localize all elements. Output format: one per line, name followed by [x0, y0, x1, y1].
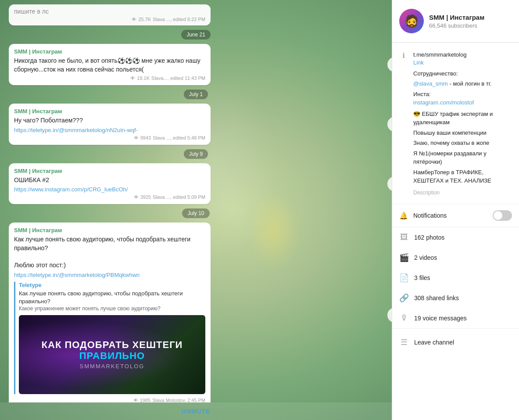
- bell-icon: 🔔: [399, 211, 408, 220]
- message-card-1: SMM | Инстаграм Никогда такого не было, …: [9, 44, 211, 85]
- desc-line-0: @slava_smm - мой логин в тг.: [413, 79, 512, 88]
- notifications-label: Notifications: [413, 212, 447, 219]
- leave-section: ☰ Leave channel: [392, 329, 519, 356]
- message-meta-1: 👁 18.1K Slava..., edited 11:43 PM: [14, 75, 205, 81]
- videos-label: 2 videos: [414, 254, 437, 261]
- message-text-3: ОШИБКА #2: [14, 176, 205, 185]
- eye-icon-4: 👁: [133, 398, 138, 402]
- cooperation-label: Сотрудничество:: [413, 69, 512, 78]
- forward-button-1[interactable]: ➤: [387, 57, 392, 72]
- media-row-files[interactable]: 📄 3 files: [392, 268, 519, 288]
- eye-icon-2: 👁: [134, 135, 139, 140]
- desc-line-6: НамберТопер в ТРАФИКЕ, ХЕШТЕГАХ и ТЕХ. А…: [413, 168, 512, 185]
- desc-line-4: Знаю, почему охваты в жопе: [413, 139, 512, 147]
- message-wrapper-2: SMM | Инстаграм Ну чаго? Поболтаем??? ht…: [9, 104, 383, 145]
- info-icon: ℹ: [399, 51, 408, 60]
- media-row-voice[interactable]: 🎙 19 voice messages: [392, 308, 519, 328]
- eye-icon: 👁: [132, 17, 136, 22]
- desc-line-3: Повышу ваши компетенции: [413, 129, 512, 137]
- description-label: Description: [413, 190, 512, 196]
- date-divider-july1: July 1: [9, 90, 383, 99]
- files-label: 3 files: [414, 274, 430, 281]
- info-panel: 🧔 SMM | Инстаграм 66,546 subscribers ℹ t…: [392, 0, 519, 420]
- channel-header: 🧔 SMM | Инстаграм 66,546 subscribers: [392, 0, 519, 43]
- media-row-videos[interactable]: 🎬 2 videos: [392, 248, 519, 268]
- eye-icon-1: 👁: [130, 75, 135, 81]
- link-label[interactable]: Link: [413, 59, 512, 66]
- message-wrapper-4: SMM | Инстаграм Как лучше понять свою ау…: [9, 223, 383, 402]
- chat-messages[interactable]: пишите в лс 👁 25.7K Slava ..., edited 6:…: [0, 0, 392, 402]
- files-icon: 📄: [399, 273, 409, 283]
- photos-label: 162 photos: [414, 234, 444, 241]
- date-divider-july9: July 9: [9, 149, 383, 159]
- message-sender-2: SMM | Инстаграм: [14, 108, 205, 115]
- message-card-2: SMM | Инстаграм Ну чаго? Поболтаем??? ht…: [9, 104, 211, 145]
- chat-panel: пишите в лс 👁 25.7K Slava ..., edited 6:…: [0, 0, 392, 420]
- quote-title-4: Как лучше понять свою аудиторию, чтобы п…: [19, 290, 205, 305]
- videos-icon: 🎬: [399, 253, 409, 262]
- info-section-link: ℹ t.me/smmmarketolog Link Сотрудничество…: [392, 43, 519, 204]
- eye-icon-3: 👁: [134, 194, 139, 200]
- date-badge-july9: July 9: [184, 149, 208, 159]
- notifications-toggle[interactable]: [493, 210, 512, 221]
- date-badge-july10: July 10: [182, 208, 209, 218]
- preview-image-4: КАК ПОДОБРАТЬ ХЕШТЕГИ ПРАВИЛЬНО SMMMARKE…: [19, 315, 205, 394]
- forward-button-3[interactable]: ➤: [387, 176, 392, 191]
- voice-label: 19 voice messages: [414, 315, 467, 322]
- message-sender-4: SMM | Инстаграм: [14, 227, 205, 233]
- info-row-link: ℹ t.me/smmmarketolog Link Сотрудничество…: [399, 48, 512, 198]
- notifications-row: 🔔 Notifications: [392, 204, 519, 227]
- preview-text-main: КАК ПОДОБРАТЬ ХЕШТЕГИ ПРАВИЛЬНО: [42, 340, 183, 361]
- chat-bottom: UNMUTE: [0, 402, 392, 420]
- date-divider-june21: June 21: [9, 30, 383, 39]
- top-message-text: пишите в лс: [14, 8, 205, 15]
- message-sender-1: SMM | Инстаграм: [14, 48, 205, 55]
- notif-left: 🔔 Notifications: [399, 211, 447, 220]
- message-text-2: Ну чаго? Поболтаем???: [14, 116, 205, 125]
- leave-icon: ☰: [399, 337, 409, 347]
- media-row-photos[interactable]: 🖼 162 photos: [392, 227, 519, 248]
- message-wrapper-1: SMM | Инстаграм Никогда такого не было, …: [9, 44, 383, 85]
- message-link-4[interactable]: https://teletype.in/@smmmarketolog/PBMqk…: [14, 272, 205, 278]
- date-badge-june21: June 21: [181, 30, 211, 39]
- preview-brand: SMMMARKETOLOG: [80, 363, 145, 370]
- message-card-4: SMM | Инстаграм Как лучше понять свою ау…: [9, 223, 211, 402]
- voice-icon: 🎙: [399, 313, 409, 323]
- media-section: 🖼 162 photos 🎬 2 videos 📄 3 files 🔗 308 …: [392, 227, 519, 329]
- link-url: t.me/smmmarketolog: [413, 50, 512, 59]
- message-link-2[interactable]: https://teletype.in/@smmmarketolog/nN2uI…: [14, 127, 205, 133]
- leave-label: Leave channel: [414, 339, 454, 346]
- message-link-3[interactable]: https://www.instagram.com/p/CRG_lueBcOh/: [14, 186, 205, 193]
- links-label: 308 shared links: [414, 294, 459, 302]
- message-meta-3: 👁 3925 Slava ..., edited 5:09 PM: [14, 194, 205, 200]
- quote-block-4: Teletype Как лучше понять свою аудиторию…: [14, 282, 205, 394]
- message-card-3: SMM | Инстаграм ОШИБКА #2 https://www.in…: [9, 163, 211, 205]
- message-text-1: Никогда такого не было, и вот опять⚽⚽⚽ м…: [14, 57, 205, 74]
- forward-button-2[interactable]: ➤: [387, 117, 392, 132]
- desc-line-5: Я №1(номерки раздавали у пятёрочки): [413, 149, 512, 166]
- photos-icon: 🖼: [399, 233, 409, 242]
- forward-button-4[interactable]: ➤: [387, 308, 392, 323]
- message-meta-4: 👁 1985 Slava Molostov, 2:45 PM: [14, 398, 205, 402]
- message-text-4: Как лучше понять свою аудиторию, чтобы п…: [14, 235, 205, 269]
- desc-line-2: 😎 ЕБШУ трафик экспертам и удаленщикам: [413, 110, 512, 127]
- channel-subscribers: 66,546 subscribers: [429, 22, 512, 29]
- message-sender-3: SMM | Инстаграм: [14, 168, 205, 174]
- message-meta-2: 👁 9943 Slava ..., edited 5:48 PM: [14, 135, 205, 140]
- date-divider-july10: July 10: [9, 208, 383, 218]
- quote-source-4: Teletype: [19, 282, 205, 288]
- channel-name: SMM | Инстаграм: [429, 14, 512, 21]
- info-content-link: t.me/smmmarketolog Link Сотрудничество: …: [413, 50, 512, 196]
- channel-info: SMM | Инстаграм 66,546 subscribers: [429, 14, 512, 29]
- leave-row[interactable]: ☰ Leave channel: [392, 332, 519, 352]
- quote-subtitle-4: Какое упражнение может понять лучше свою…: [19, 305, 205, 312]
- date-badge-july1: July 1: [184, 90, 208, 99]
- desc-line-1: Инста:instagram.com/molostof: [413, 90, 512, 107]
- avatar-emoji: 🧔: [404, 14, 419, 29]
- unmute-button[interactable]: UNMUTE: [182, 408, 211, 415]
- preview-highlight: ПРАВИЛЬНО: [79, 350, 145, 361]
- channel-avatar: 🧔: [399, 9, 424, 33]
- top-message-meta: 👁 25.7K Slava ..., edited 6:22 PM: [14, 17, 205, 22]
- media-row-links[interactable]: 🔗 308 shared links: [392, 288, 519, 308]
- message-wrapper-3: SMM | Инстаграм ОШИБКА #2 https://www.in…: [9, 163, 383, 205]
